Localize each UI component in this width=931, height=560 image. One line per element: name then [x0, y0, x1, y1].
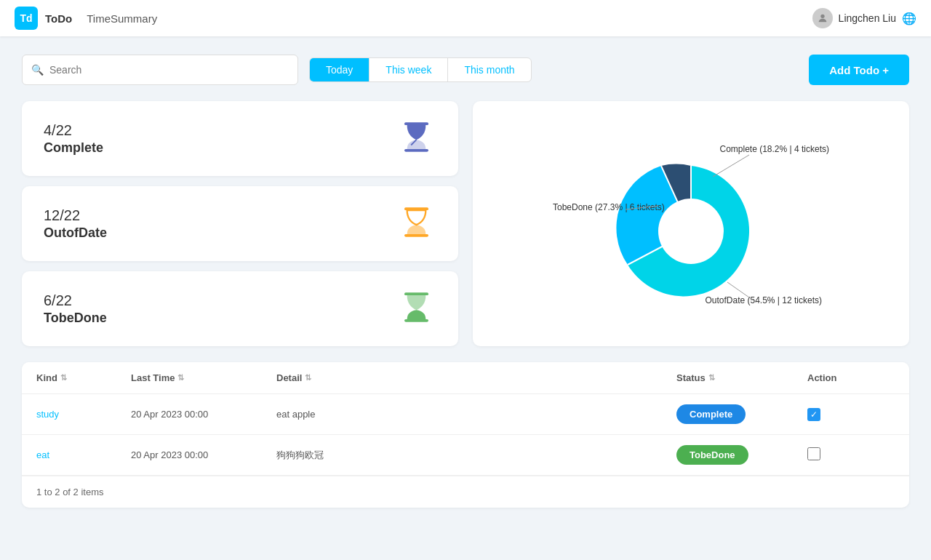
chart-card: Complete (18.2% | 4 tickets) TobeDone (2… — [473, 101, 909, 346]
col-kind[interactable]: Kind ⇅ — [36, 372, 131, 383]
row2-detail: 狗狗狗欧冠 — [276, 449, 676, 462]
svg-rect-8 — [404, 319, 428, 322]
kind-sort-icon: ⇅ — [60, 373, 67, 383]
stat-card-tobedone: 6/22 TobeDone — [22, 271, 458, 346]
tab-week[interactable]: This week — [369, 58, 448, 81]
stat-card-complete: 4/22 Complete — [22, 101, 458, 176]
row1-status[interactable]: Complete — [676, 404, 807, 424]
nav-user: Lingchen Liu 🌐 — [812, 8, 916, 28]
search-box: 🔍 — [22, 55, 298, 85]
complete-label: Complete — [44, 140, 103, 156]
svg-point-0 — [820, 15, 824, 18]
main-content: 🔍 Today This week This month Add Todo + … — [0, 36, 931, 526]
lasttime-sort-icon: ⇅ — [177, 373, 184, 383]
pagination: 1 to 2 of 2 items — [22, 476, 909, 508]
detail-sort-icon: ⇅ — [305, 373, 311, 383]
tab-month[interactable]: This month — [448, 58, 530, 81]
row2-lasttime: 20 Apr 2023 00:00 — [131, 449, 276, 460]
svg-line-13 — [713, 155, 749, 177]
outofdate-ratio: 12/22 — [44, 207, 107, 224]
app-logo: Td — [15, 7, 38, 30]
top-bar: 🔍 Today This week This month Add Todo + — [22, 55, 909, 85]
svg-rect-5 — [404, 234, 428, 237]
avatar — [812, 8, 833, 28]
tab-today[interactable]: Today — [310, 58, 369, 81]
table-row: eat 20 Apr 2023 00:00 狗狗狗欧冠 TobeDone — [22, 435, 909, 476]
nav-timesummary[interactable]: TimeSummary — [87, 12, 157, 25]
svg-rect-1 — [404, 122, 428, 125]
table-section: Kind ⇅ Last Time ⇅ Detail ⇅ Status ⇅ Act… — [22, 362, 909, 508]
globe-icon[interactable]: 🌐 — [902, 12, 916, 25]
svg-rect-2 — [404, 149, 428, 152]
checkmark-icon: ✓ — [810, 409, 818, 420]
row2-kind[interactable]: eat — [36, 449, 131, 460]
col-detail[interactable]: Detail ⇅ — [276, 372, 676, 383]
filter-tabs: Today This week This month — [309, 57, 532, 82]
tobedone-hourglass-icon — [396, 287, 436, 330]
tobedone-ratio: 6/22 — [44, 292, 107, 309]
search-icon: 🔍 — [31, 64, 44, 76]
row2-checkbox[interactable] — [807, 447, 820, 460]
complete-ratio: 4/22 — [44, 122, 103, 139]
outofdate-hourglass-icon — [396, 202, 436, 245]
row2-action — [807, 447, 895, 463]
add-todo-button[interactable]: Add Todo + — [809, 55, 909, 85]
row1-kind[interactable]: study — [36, 409, 131, 420]
row1-lasttime: 20 Apr 2023 00:00 — [131, 409, 276, 420]
table-row: study 20 Apr 2023 00:00 eat apple Comple… — [22, 394, 909, 435]
stat-cards: 4/22 Complete 12/22 — [22, 101, 458, 346]
row1-action: ✓ — [807, 408, 895, 421]
row1-checkbox[interactable]: ✓ — [807, 408, 820, 421]
col-status[interactable]: Status ⇅ — [676, 372, 807, 383]
col-lasttime[interactable]: Last Time ⇅ — [131, 372, 276, 383]
search-input[interactable] — [49, 64, 289, 76]
stat-card-outofdate: 12/22 OutofDate — [22, 186, 458, 261]
stats-section: 4/22 Complete 12/22 — [22, 101, 909, 346]
svg-line-14 — [626, 206, 658, 209]
status-badge-tobedone[interactable]: TobeDone — [676, 445, 748, 465]
svg-line-15 — [727, 282, 756, 303]
table-header: Kind ⇅ Last Time ⇅ Detail ⇅ Status ⇅ Act… — [22, 362, 909, 394]
row2-status[interactable]: TobeDone — [676, 445, 807, 465]
col-action: Action — [807, 372, 895, 383]
complete-hourglass-icon — [396, 117, 436, 160]
svg-rect-7 — [404, 292, 428, 295]
leader-lines — [553, 122, 829, 326]
tobedone-label: TobeDone — [44, 311, 107, 326]
username: Lingchen Liu — [839, 12, 896, 24]
outofdate-label: OutofDate — [44, 225, 107, 241]
status-badge-complete[interactable]: Complete — [676, 404, 746, 424]
app-title[interactable]: ToDo — [45, 12, 72, 25]
status-sort-icon: ⇅ — [708, 373, 715, 383]
navbar: Td ToDo TimeSummary Lingchen Liu 🌐 — [0, 0, 931, 36]
row1-detail: eat apple — [276, 409, 676, 420]
